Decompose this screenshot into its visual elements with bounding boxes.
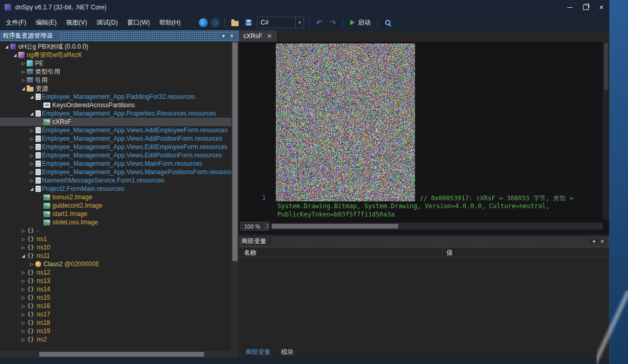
tree-item-type-references[interactable]: ▷类型引用 bbox=[0, 67, 239, 76]
tree-item-cxrsf[interactable]: cXRsF bbox=[0, 118, 239, 126]
panel-close-button[interactable]: ✕ bbox=[228, 33, 236, 39]
tree-item-ns2[interactable]: ▷{}ns2 bbox=[0, 335, 239, 344]
expander-icon[interactable]: ▷ bbox=[20, 270, 27, 275]
tree-item-ns10[interactable]: ▷{}ns10 bbox=[0, 243, 239, 252]
tree-item-managepositionsform-resources[interactable]: ▷Employee_Management_App.Views.ManagePos… bbox=[0, 168, 239, 176]
navigate-forward-button[interactable]: → bbox=[211, 18, 220, 27]
expander-icon[interactable]: ▷ bbox=[28, 145, 35, 150]
maximize-button[interactable] bbox=[578, 0, 593, 15]
scrollbar-thumb[interactable] bbox=[232, 42, 238, 261]
expander-icon[interactable]: ▷ bbox=[20, 329, 27, 334]
expander-icon[interactable]: ◢ bbox=[20, 86, 27, 91]
tree-item-ns1[interactable]: ▷{}ns1 bbox=[0, 235, 239, 243]
expander-icon[interactable]: ▷ bbox=[28, 153, 35, 158]
tree-item-stoleloss-image[interactable]: stoleLoss.Image bbox=[0, 218, 239, 226]
tree-item-start1-image[interactable]: start1.Image bbox=[0, 210, 239, 218]
expander-icon[interactable]: ▷ bbox=[28, 170, 35, 175]
expander-icon[interactable]: ▷ bbox=[20, 295, 27, 300]
start-debugging-button[interactable]: 启动 bbox=[348, 18, 373, 27]
scrollbar-thumb[interactable] bbox=[39, 352, 204, 357]
scrollbar-thumb[interactable] bbox=[272, 224, 398, 229]
search-assemblies-button[interactable] bbox=[383, 17, 393, 28]
panel-menu-button[interactable]: ▾ bbox=[219, 33, 228, 39]
language-selector[interactable]: C# ▾ bbox=[257, 17, 304, 28]
editor-vertical-scrollbar[interactable] bbox=[603, 42, 609, 220]
editor-horizontal-scrollbar[interactable] bbox=[271, 223, 603, 230]
resource-viewer[interactable]: 1 // 0x00053917: cXRsF = 308033 字节, 类型 =… bbox=[239, 42, 609, 234]
tree-item-ns16[interactable]: ▷{}ns16 bbox=[0, 302, 239, 310]
column-header-value[interactable]: 值 bbox=[446, 248, 453, 257]
expander-icon[interactable]: ▷ bbox=[28, 136, 35, 141]
expander-icon[interactable]: ◢ bbox=[28, 111, 35, 116]
expander-icon[interactable]: ▷ bbox=[28, 162, 35, 166]
panel-menu-button[interactable]: ▾ bbox=[590, 238, 598, 244]
expander-icon[interactable]: ▷ bbox=[20, 337, 27, 342]
tree-item-editpositionform-resources[interactable]: ▷Employee_Management_App.Views.EditPosit… bbox=[0, 151, 239, 160]
expander-icon[interactable]: ◢ bbox=[20, 254, 27, 258]
navigate-back-button[interactable]: ← bbox=[199, 18, 208, 27]
tree-item-assembly-root[interactable]: ◢oH公g PBX的域 (0.0.0.0) bbox=[0, 42, 239, 51]
locals-grid[interactable] bbox=[239, 257, 609, 346]
expander-icon[interactable]: ◢ bbox=[28, 95, 35, 99]
menu-item-3[interactable]: 调试(D) bbox=[92, 16, 122, 30]
expander-icon[interactable]: ▷ bbox=[20, 312, 27, 317]
expander-icon[interactable]: ▷ bbox=[20, 78, 27, 83]
column-header-name[interactable]: 名称 bbox=[244, 248, 256, 257]
tree-item-guidecont2-image[interactable]: guidecont2.Image bbox=[0, 201, 239, 210]
zoom-spinner[interactable] bbox=[264, 222, 270, 231]
panel-close-button[interactable]: ✕ bbox=[598, 238, 607, 244]
tree-item-mainform-resources[interactable]: ▷Employee_Management_App.Views.MainForm.… bbox=[0, 160, 239, 168]
tree-item-properties-resources[interactable]: ◢Employee_Management_App.Properties.Reso… bbox=[0, 109, 239, 118]
expander-icon[interactable]: ▷ bbox=[20, 287, 27, 292]
tab-close-icon[interactable]: ✕ bbox=[267, 33, 272, 39]
minimize-button[interactable] bbox=[562, 0, 578, 15]
expander-icon[interactable]: ◢ bbox=[28, 187, 35, 191]
menu-item-4[interactable]: 窗口(W) bbox=[122, 16, 154, 30]
expander-icon[interactable]: ▷ bbox=[20, 321, 27, 325]
zoom-level-control[interactable]: 100 % bbox=[240, 222, 264, 231]
tree-item-addemployeeform-resources[interactable]: ▷Employee_Management_App.Views.AddEmploy… bbox=[0, 126, 239, 134]
tree-item-ns11[interactable]: ◢{}ns11 bbox=[0, 252, 239, 260]
tree-horizontal-scrollbar[interactable] bbox=[0, 351, 239, 358]
tree-item-addpositionform-resources[interactable]: ▷Employee_Management_App.Views.AddPositi… bbox=[0, 134, 239, 143]
close-button[interactable]: ✕ bbox=[593, 0, 609, 15]
tree-item-ns17[interactable]: ▷{}ns17 bbox=[0, 310, 239, 318]
tree-item-paddingfor32-resources[interactable]: ◢Employee_Management_App.PaddingFor32.re… bbox=[0, 93, 239, 101]
menu-item-2[interactable]: 视图(V) bbox=[61, 16, 92, 30]
titlebar[interactable]: dnSpy v6.1.7 (32-bit, .NET Core) ✕ bbox=[0, 0, 609, 15]
expander-icon[interactable]: ▷ bbox=[20, 304, 27, 309]
tree-item-ns18[interactable]: ▷{}ns18 bbox=[0, 318, 239, 327]
expander-icon[interactable]: ▷ bbox=[28, 262, 35, 267]
tree-vertical-scrollbar[interactable] bbox=[231, 41, 239, 351]
tree-item-ns14[interactable]: ▷{}ns14 bbox=[0, 285, 239, 293]
expander-icon[interactable]: ▷ bbox=[20, 237, 27, 242]
expander-icon[interactable]: ▷ bbox=[20, 279, 27, 283]
tree-item-navneeth-form1-resources[interactable]: ▷NavneethMessageService.Form1.resources bbox=[0, 176, 239, 185]
open-button[interactable] bbox=[230, 17, 240, 28]
tree-item-ns19[interactable]: ▷{}ns19 bbox=[0, 327, 239, 335]
expander-icon[interactable]: ◢ bbox=[12, 53, 18, 58]
menu-item-5[interactable]: 帮助(H) bbox=[154, 16, 185, 30]
tree-item-module[interactable]: ◢ng希望司w司aRezK bbox=[0, 51, 239, 59]
chevron-down-icon[interactable]: ▾ bbox=[295, 17, 304, 28]
expander-icon[interactable]: ▷ bbox=[20, 229, 27, 233]
expander-icon[interactable]: ▷ bbox=[20, 245, 27, 250]
expander-icon[interactable]: ▷ bbox=[20, 70, 27, 74]
save-all-button[interactable] bbox=[243, 17, 254, 28]
tree-item-class2[interactable]: ▷Class2 @0200000E bbox=[0, 260, 239, 268]
bottom-tab-0[interactable]: 局部变量 bbox=[241, 346, 275, 358]
tree-item-keys-ordered-across-partitions[interactable]: abKeysOrderedAcrossPartitions bbox=[0, 101, 239, 109]
tab-cxrsf[interactable]: cXRsF ✕ bbox=[239, 30, 277, 42]
tree-item-pe[interactable]: ▷PE bbox=[0, 59, 239, 67]
tree-item-project2-formmain-resources[interactable]: ◢Project2.FormMain.resources bbox=[0, 185, 239, 193]
scrollbar-thumb[interactable] bbox=[604, 43, 608, 90]
expander-icon[interactable]: ▷ bbox=[28, 178, 35, 183]
tree-item-ns12[interactable]: ▷{}ns12 bbox=[0, 268, 239, 277]
tree-item-resources-folder[interactable]: ◢资源 bbox=[0, 84, 239, 93]
tree-item-ns-dash[interactable]: ▷{}- bbox=[0, 226, 239, 235]
bottom-tab-1[interactable]: 模块 bbox=[276, 346, 298, 358]
expander-icon[interactable]: ◢ bbox=[3, 44, 10, 49]
tree-item-ns15[interactable]: ▷{}ns15 bbox=[0, 293, 239, 302]
tree-item-editemployeeform-resources[interactable]: ▷Employee_Management_App.Views.EditEmplo… bbox=[0, 143, 239, 151]
undo-button[interactable]: ↶ bbox=[314, 17, 324, 28]
